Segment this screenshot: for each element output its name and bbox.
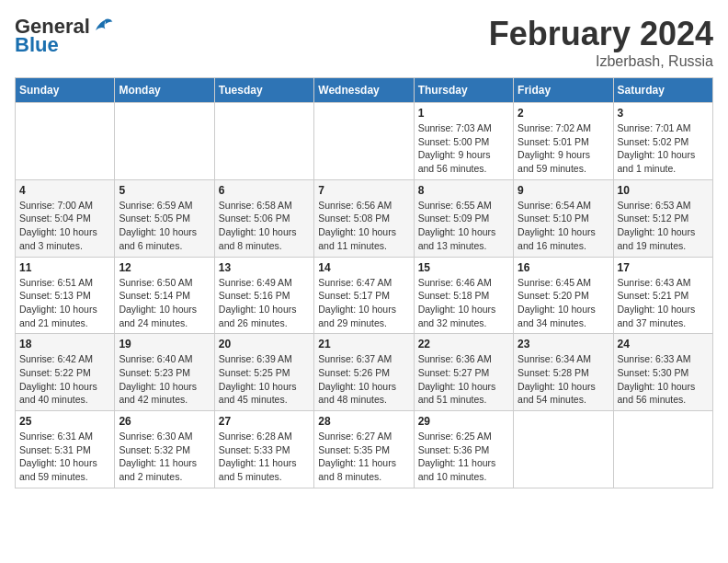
calendar-cell xyxy=(613,411,712,488)
calendar-cell: 24Sunrise: 6:33 AM Sunset: 5:30 PM Dayli… xyxy=(613,334,712,411)
calendar-cell xyxy=(16,103,115,180)
day-info: Sunrise: 6:53 AM Sunset: 5:12 PM Dayligh… xyxy=(618,199,709,253)
calendar-cell: 4Sunrise: 7:00 AM Sunset: 5:04 PM Daylig… xyxy=(16,179,115,257)
day-info: Sunrise: 6:43 AM Sunset: 5:21 PM Dayligh… xyxy=(618,276,709,330)
day-number: 21 xyxy=(318,338,409,350)
day-number: 14 xyxy=(318,261,409,274)
calendar-header-friday: Friday xyxy=(514,78,613,103)
calendar-week-row: 1Sunrise: 7:03 AM Sunset: 5:00 PM Daylig… xyxy=(16,103,713,180)
day-info: Sunrise: 7:03 AM Sunset: 5:00 PM Dayligh… xyxy=(418,121,509,176)
day-info: Sunrise: 6:54 AM Sunset: 5:10 PM Dayligh… xyxy=(518,199,609,253)
day-number: 15 xyxy=(418,261,509,274)
title-block: February 2024 Izberbash, Russia xyxy=(489,15,713,70)
calendar-header-saturday: Saturday xyxy=(613,78,712,103)
day-number: 24 xyxy=(618,338,709,350)
day-info: Sunrise: 6:40 AM Sunset: 5:23 PM Dayligh… xyxy=(119,352,210,407)
calendar-week-row: 4Sunrise: 7:00 AM Sunset: 5:04 PM Daylig… xyxy=(16,179,713,257)
page-header: General Blue February 2024 Izberbash, Ru… xyxy=(15,15,713,70)
day-info: Sunrise: 6:28 AM Sunset: 5:33 PM Dayligh… xyxy=(219,430,310,484)
calendar-cell: 28Sunrise: 6:27 AM Sunset: 5:35 PM Dayli… xyxy=(314,411,414,488)
calendar-cell: 3Sunrise: 7:01 AM Sunset: 5:02 PM Daylig… xyxy=(613,103,712,180)
day-number: 4 xyxy=(19,184,110,197)
calendar-cell: 6Sunrise: 6:58 AM Sunset: 5:06 PM Daylig… xyxy=(214,179,313,257)
calendar-header-monday: Monday xyxy=(115,78,214,103)
calendar-week-row: 11Sunrise: 6:51 AM Sunset: 5:13 PM Dayli… xyxy=(16,257,713,334)
day-number: 27 xyxy=(219,415,310,428)
calendar-cell: 26Sunrise: 6:30 AM Sunset: 5:32 PM Dayli… xyxy=(115,411,214,488)
day-info: Sunrise: 6:45 AM Sunset: 5:20 PM Dayligh… xyxy=(518,276,609,330)
day-info: Sunrise: 6:30 AM Sunset: 5:32 PM Dayligh… xyxy=(119,430,210,484)
calendar-cell xyxy=(514,411,613,488)
calendar-week-row: 25Sunrise: 6:31 AM Sunset: 5:31 PM Dayli… xyxy=(16,411,713,488)
day-info: Sunrise: 6:50 AM Sunset: 5:14 PM Dayligh… xyxy=(119,276,210,330)
calendar-cell: 15Sunrise: 6:46 AM Sunset: 5:18 PM Dayli… xyxy=(414,257,513,334)
calendar-table: SundayMondayTuesdayWednesdayThursdayFrid… xyxy=(15,77,713,488)
day-info: Sunrise: 6:56 AM Sunset: 5:08 PM Dayligh… xyxy=(318,199,409,253)
day-number: 25 xyxy=(19,415,110,428)
calendar-cell: 21Sunrise: 6:37 AM Sunset: 5:26 PM Dayli… xyxy=(314,334,414,411)
calendar-cell: 22Sunrise: 6:36 AM Sunset: 5:27 PM Dayli… xyxy=(414,334,513,411)
day-info: Sunrise: 6:58 AM Sunset: 5:06 PM Dayligh… xyxy=(219,199,310,253)
day-info: Sunrise: 6:36 AM Sunset: 5:27 PM Dayligh… xyxy=(418,352,509,407)
calendar-cell xyxy=(314,103,414,180)
day-number: 6 xyxy=(219,184,310,197)
day-number: 18 xyxy=(19,338,110,350)
day-number: 12 xyxy=(119,261,210,274)
calendar-header-sunday: Sunday xyxy=(16,78,115,103)
calendar-header-thursday: Thursday xyxy=(414,78,513,103)
day-number: 2 xyxy=(518,107,609,120)
logo: General Blue xyxy=(15,15,114,57)
calendar-cell: 20Sunrise: 6:39 AM Sunset: 5:25 PM Dayli… xyxy=(214,334,313,411)
calendar-cell: 18Sunrise: 6:42 AM Sunset: 5:22 PM Dayli… xyxy=(16,334,115,411)
calendar-cell xyxy=(214,103,313,180)
calendar-cell: 25Sunrise: 6:31 AM Sunset: 5:31 PM Dayli… xyxy=(16,411,115,488)
day-info: Sunrise: 7:00 AM Sunset: 5:04 PM Dayligh… xyxy=(19,199,110,253)
calendar-cell: 17Sunrise: 6:43 AM Sunset: 5:21 PM Dayli… xyxy=(613,257,712,334)
day-info: Sunrise: 6:27 AM Sunset: 5:35 PM Dayligh… xyxy=(318,430,409,484)
calendar-cell: 14Sunrise: 6:47 AM Sunset: 5:17 PM Dayli… xyxy=(314,257,414,334)
day-info: Sunrise: 7:01 AM Sunset: 5:02 PM Dayligh… xyxy=(618,121,709,176)
calendar-cell: 2Sunrise: 7:02 AM Sunset: 5:01 PM Daylig… xyxy=(514,103,613,180)
day-number: 5 xyxy=(119,184,210,197)
day-info: Sunrise: 6:49 AM Sunset: 5:16 PM Dayligh… xyxy=(219,276,310,330)
calendar-week-row: 18Sunrise: 6:42 AM Sunset: 5:22 PM Dayli… xyxy=(16,334,713,411)
day-info: Sunrise: 6:34 AM Sunset: 5:28 PM Dayligh… xyxy=(518,352,609,407)
day-info: Sunrise: 6:39 AM Sunset: 5:25 PM Dayligh… xyxy=(219,352,310,407)
calendar-cell: 16Sunrise: 6:45 AM Sunset: 5:20 PM Dayli… xyxy=(514,257,613,334)
calendar-cell: 1Sunrise: 7:03 AM Sunset: 5:00 PM Daylig… xyxy=(414,103,513,180)
day-number: 19 xyxy=(119,338,210,350)
calendar-cell: 23Sunrise: 6:34 AM Sunset: 5:28 PM Dayli… xyxy=(514,334,613,411)
calendar-cell: 9Sunrise: 6:54 AM Sunset: 5:10 PM Daylig… xyxy=(514,179,613,257)
day-number: 28 xyxy=(318,415,409,428)
day-info: Sunrise: 6:46 AM Sunset: 5:18 PM Dayligh… xyxy=(418,276,509,330)
logo-blue-text: Blue xyxy=(15,33,59,57)
day-info: Sunrise: 6:37 AM Sunset: 5:26 PM Dayligh… xyxy=(318,352,409,407)
calendar-header-tuesday: Tuesday xyxy=(214,78,313,103)
day-number: 20 xyxy=(219,338,310,350)
location-subtitle: Izberbash, Russia xyxy=(489,53,713,70)
calendar-cell: 8Sunrise: 6:55 AM Sunset: 5:09 PM Daylig… xyxy=(414,179,513,257)
day-info: Sunrise: 6:31 AM Sunset: 5:31 PM Dayligh… xyxy=(19,430,110,484)
day-number: 10 xyxy=(618,184,709,197)
day-number: 13 xyxy=(219,261,310,274)
day-info: Sunrise: 6:51 AM Sunset: 5:13 PM Dayligh… xyxy=(19,276,110,330)
calendar-cell: 27Sunrise: 6:28 AM Sunset: 5:33 PM Dayli… xyxy=(214,411,313,488)
day-number: 11 xyxy=(19,261,110,274)
calendar-cell: 11Sunrise: 6:51 AM Sunset: 5:13 PM Dayli… xyxy=(16,257,115,334)
logo-bird-icon xyxy=(92,16,114,38)
calendar-cell: 12Sunrise: 6:50 AM Sunset: 5:14 PM Dayli… xyxy=(115,257,214,334)
day-info: Sunrise: 7:02 AM Sunset: 5:01 PM Dayligh… xyxy=(518,121,609,176)
day-number: 23 xyxy=(518,338,609,350)
day-number: 8 xyxy=(418,184,509,197)
day-info: Sunrise: 6:59 AM Sunset: 5:05 PM Dayligh… xyxy=(119,199,210,253)
calendar-cell: 7Sunrise: 6:56 AM Sunset: 5:08 PM Daylig… xyxy=(314,179,414,257)
day-number: 1 xyxy=(418,107,509,120)
month-year-title: February 2024 xyxy=(489,15,713,53)
day-number: 26 xyxy=(119,415,210,428)
calendar-header-row: SundayMondayTuesdayWednesdayThursdayFrid… xyxy=(16,78,713,103)
day-number: 17 xyxy=(618,261,709,274)
day-number: 16 xyxy=(518,261,609,274)
day-info: Sunrise: 6:42 AM Sunset: 5:22 PM Dayligh… xyxy=(19,352,110,407)
calendar-cell: 29Sunrise: 6:25 AM Sunset: 5:36 PM Dayli… xyxy=(414,411,513,488)
calendar-cell: 19Sunrise: 6:40 AM Sunset: 5:23 PM Dayli… xyxy=(115,334,214,411)
